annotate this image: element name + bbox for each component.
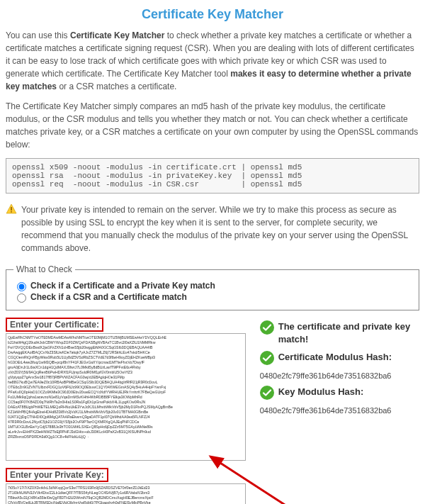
certificate-textarea[interactable]	[6, 333, 246, 461]
openssl-commands: openssl x509 -noout -modulus -in certifi…	[6, 158, 419, 194]
match-result: The certificate and private key match!	[278, 320, 419, 345]
cert-hash-label: Certificate Modulus Hash:	[278, 351, 392, 364]
warning-icon	[6, 203, 17, 217]
key-hash-value: 0480e2fc79ffe361b64de73516832ba6	[260, 406, 419, 415]
radio-cert-key-input[interactable]	[17, 282, 26, 291]
checkmark-icon	[260, 351, 274, 367]
warning-text: Your private key is intended to remain o…	[21, 203, 419, 254]
svg-rect-1	[11, 211, 12, 213]
radio-csr-cert-input[interactable]	[17, 293, 26, 303]
key-hash-label: Key Modulus Hash:	[278, 386, 364, 398]
fieldset-legend: What to Check	[13, 264, 75, 274]
cert-hash-value: 0480e2fc79ffe361b64de73516832ba6	[260, 371, 419, 380]
checkmark-icon	[260, 320, 274, 337]
private-key-label: Enter your Private Key:	[6, 468, 108, 482]
intro-paragraph: You can use this Certificate Key Matcher…	[6, 29, 419, 93]
radio-csr-cert[interactable]: Check if a CSR and a Certificate match	[13, 291, 412, 303]
radio-cert-key[interactable]: Check if a Certificate and a Private Key…	[13, 280, 412, 291]
what-to-check-fieldset: What to Check Check if a Certificate and…	[6, 264, 419, 310]
page-title: Certificate Key Matcher	[6, 7, 419, 22]
certificate-label: Enter your Certificate:	[6, 318, 103, 332]
private-key-textarea[interactable]	[6, 483, 246, 504]
svg-rect-0	[11, 207, 12, 211]
checkmark-icon	[260, 386, 274, 402]
explain-paragraph: The Certificate Key Matcher simply compa…	[6, 100, 419, 151]
